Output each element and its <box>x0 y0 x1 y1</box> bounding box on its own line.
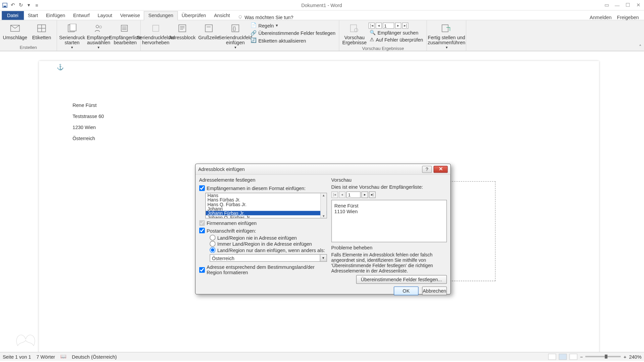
btn-etiketten[interactable]: Etiketten <box>29 21 54 40</box>
btn-empfaenger-auswaehlen[interactable]: Empfänger auswählen▾ <box>86 21 111 50</box>
ok-button[interactable]: OK <box>394 287 419 295</box>
name-format-listbox[interactable]: Hans Hans Fürbas Jr. Hans Q. Fürbas Jr. … <box>205 193 327 219</box>
dialog-titlebar[interactable]: Adressblock einfügen ? ✕ <box>196 164 450 175</box>
first-record-icon[interactable]: |◂ <box>369 22 375 28</box>
btn-seriendruckfeld-einfuegen[interactable]: {}Seriendruckfeld einfügen▾ <box>223 21 248 50</box>
tab-verweise[interactable]: Verweise <box>116 11 144 20</box>
country-combo[interactable]: ▾ <box>210 254 327 261</box>
document-area: ⚓ Rene Fürst Teststrasse 60 1230 Wien Ös… <box>0 51 644 352</box>
scroll-up-icon[interactable]: ▴ <box>323 193 324 197</box>
anchor-icon: ⚓ <box>57 64 64 70</box>
btn-empfaengerliste-bearbeiten[interactable]: Empfängerliste bearbeiten <box>113 21 138 45</box>
btn-fehler-pruefen[interactable]: ⚠Auf Fehler überprüfen <box>369 36 424 43</box>
ribbon: Umschläge Etiketten Erstellen Seriendruc… <box>0 20 644 51</box>
sign-in-link[interactable]: Anmelden <box>590 15 611 20</box>
status-proofing-icon[interactable]: 📖 <box>60 354 66 359</box>
quick-access-toolbar: ↶ ↻ ▾ ≡ <box>0 2 42 8</box>
section-address-elements: Adresselemente festlegen <box>199 177 327 183</box>
svg-rect-1 <box>4 5 6 7</box>
view-print-icon[interactable] <box>559 354 567 360</box>
chk-recipient-name[interactable]: Empfängernamen in diesem Format einfügen… <box>199 185 327 191</box>
preview-hint: Dies ist eine Vorschau der Empfängerlist… <box>331 184 447 190</box>
maximize-icon[interactable]: ☐ <box>623 2 633 9</box>
tab-einfuegen[interactable]: Einfügen <box>42 11 69 20</box>
btn-felder-festlegen[interactable]: 🔗Übereinstimmende Felder festlegen <box>250 29 336 36</box>
zoom-in-icon[interactable]: + <box>624 354 626 359</box>
dialog-close-button[interactable]: ✕ <box>434 166 448 173</box>
tell-me[interactable]: Was möchten Sie tun? <box>237 15 293 20</box>
radio-diff-country[interactable]: Land/Region nur dann einfügen, wenn ande… <box>210 247 327 253</box>
tab-entwurf[interactable]: Entwurf <box>69 11 94 20</box>
tell-me-label: Was möchten Sie tun? <box>245 15 293 20</box>
undo-icon[interactable]: ↶ <box>10 2 16 8</box>
save-icon[interactable] <box>2 2 8 8</box>
listbox-scrollbar[interactable]: ▴▾ <box>320 193 326 218</box>
preview-last-icon[interactable]: ▸| <box>369 191 376 198</box>
btn-vorschau-ergebnisse[interactable]: Vorschau Ergebnisse <box>342 21 367 45</box>
country-input[interactable] <box>210 254 320 261</box>
scroll-down-icon[interactable]: ▾ <box>323 214 324 218</box>
prev-record-icon[interactable]: ◂ <box>376 22 382 28</box>
zoom-slider[interactable] <box>586 356 621 357</box>
radio-never-country[interactable]: Land/Region nie in Adresse einfügen <box>210 235 327 240</box>
tab-sendungen[interactable]: Sendungen <box>144 11 178 20</box>
record-number-input[interactable] <box>383 22 394 28</box>
group-seriendruck-starten: Seriendruck starten▾ Empfänger auswählen… <box>57 20 141 51</box>
preview-record-input[interactable] <box>346 191 360 198</box>
redo-icon[interactable]: ↻ <box>18 2 24 8</box>
tab-ueberpruefen[interactable]: Überprüfen <box>178 11 210 20</box>
list-item[interactable]: Johann Q. Fürbas Jr. <box>206 215 326 218</box>
btn-umschlaege[interactable]: Umschläge <box>3 21 28 40</box>
chk-postal-address[interactable]: Postanschrift einfügen: <box>199 228 327 233</box>
btn-fertig-stellen[interactable]: Fertig stellen und zusammenführen▾ <box>430 21 463 50</box>
section-preview: Vorschau <box>331 177 447 183</box>
status-language[interactable]: Deutsch (Österreich) <box>72 354 117 359</box>
svg-point-10 <box>96 25 99 28</box>
radio-always-country[interactable]: Immer Land/Region in die Adresse einfüge… <box>210 241 327 247</box>
tab-file[interactable]: Datei <box>2 11 24 20</box>
search-icon: 🔍 <box>370 29 376 35</box>
preview-prev-icon[interactable]: ◂ <box>339 191 345 198</box>
btn-grusszeile[interactable]: Grußzeile <box>197 21 221 40</box>
ribbon-options-icon[interactable]: ▭ <box>602 2 611 9</box>
edit-list-icon <box>119 22 131 35</box>
btn-seriendruck-starten[interactable]: Seriendruck starten▾ <box>60 21 85 50</box>
btn-match-fields[interactable]: Übereinstimmende Felder festlegen... <box>356 275 447 284</box>
status-page[interactable]: Seite 1 von 1 <box>3 354 31 359</box>
btn-adressblock[interactable]: Adressblock <box>170 21 195 40</box>
btn-etiketten-aktualisieren: 🔄Etiketten aktualisieren <box>250 37 336 44</box>
preview-next-icon[interactable]: ▸ <box>361 191 368 198</box>
cancel-button[interactable]: Abbrechen <box>422 287 447 295</box>
zoom-level[interactable]: 240% <box>629 354 641 359</box>
next-record-icon[interactable]: ▸ <box>395 22 401 28</box>
butterfly-watermark <box>13 328 40 349</box>
view-read-icon[interactable] <box>548 354 556 360</box>
share-button[interactable]: Freigeben <box>617 15 639 20</box>
tab-layout[interactable]: Layout <box>94 11 116 20</box>
svg-point-2 <box>239 15 241 18</box>
combo-dropdown-icon[interactable]: ▾ <box>320 254 327 261</box>
btn-felder-hervorheben[interactable]: Seriendruckfelder hervorheben <box>143 21 168 45</box>
status-bar: Seite 1 von 1 7 Wörter 📖 Deutsch (Österr… <box>0 352 644 361</box>
last-record-icon[interactable]: ▸| <box>402 22 408 28</box>
window-controls: ▭ — ☐ ✕ <box>602 2 644 9</box>
close-icon[interactable]: ✕ <box>634 2 643 9</box>
qat-more-icon[interactable]: ≡ <box>34 2 40 8</box>
btn-empfaenger-suchen: 🔍Empfänger suchen <box>369 29 424 36</box>
chk-format-by-destination[interactable]: Adresse entsprechend dem Bestimmungsland… <box>199 264 327 275</box>
zoom-out-icon[interactable]: − <box>580 354 583 359</box>
view-web-icon[interactable] <box>570 354 578 360</box>
btn-regeln[interactable]: 📄Regeln ▾ <box>250 22 336 29</box>
tab-start[interactable]: Start <box>24 11 42 20</box>
dialog-help-button[interactable]: ? <box>422 166 432 173</box>
status-words[interactable]: 7 Wörter <box>36 354 55 359</box>
minimize-icon[interactable]: — <box>612 2 622 9</box>
preview-icon <box>348 22 361 35</box>
tab-ansicht[interactable]: Ansicht <box>210 11 234 20</box>
group-fertig-stellen: Fertig stellen und zusammenführen▾ Ferti… <box>427 20 466 51</box>
preview-first-icon[interactable]: |◂ <box>331 191 338 198</box>
qat-dropdown-icon[interactable]: ▾ <box>26 2 32 8</box>
list-item[interactable]: Hans Q. Fürbas Jr. <box>206 202 326 206</box>
recipients-icon <box>93 22 105 35</box>
collapse-ribbon-icon[interactable]: ˄ <box>636 43 644 51</box>
